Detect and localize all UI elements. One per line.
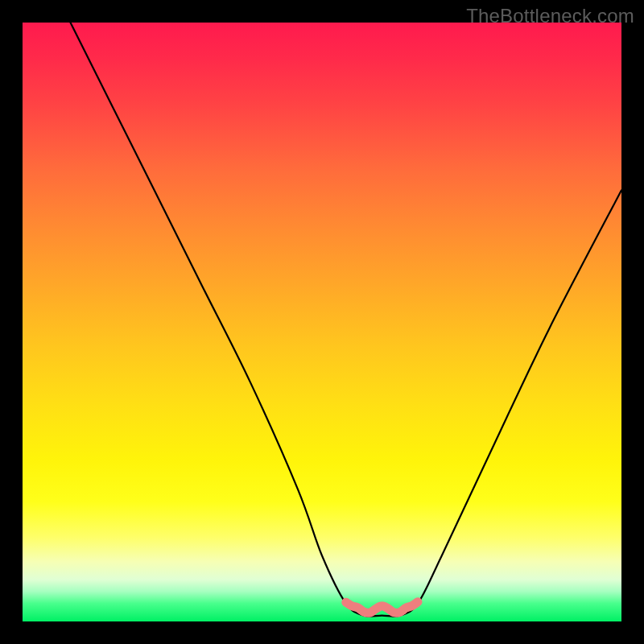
chart-frame: TheBottleneck.com <box>0 0 644 644</box>
watermark-text: TheBottleneck.com <box>466 5 634 27</box>
bottleneck-curve <box>71 23 622 617</box>
plot-area <box>23 23 621 621</box>
curve-layer <box>23 23 621 621</box>
flat-region-highlight <box>346 602 418 613</box>
